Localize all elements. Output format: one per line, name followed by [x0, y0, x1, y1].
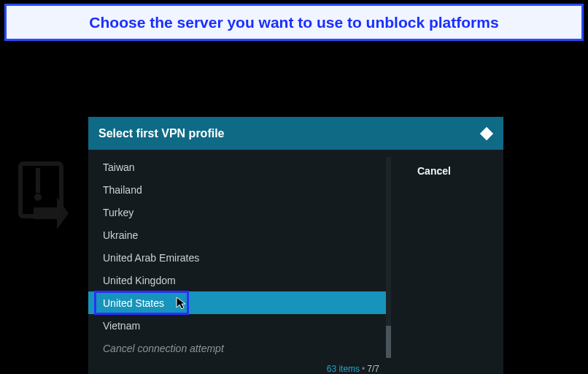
- vpn-list-item-label: Taiwan: [103, 161, 135, 173]
- vpn-list-item[interactable]: United Arab Emirates: [88, 246, 391, 269]
- vpn-list-item[interactable]: Taiwan: [88, 156, 391, 178]
- side-panel: Cancel: [391, 150, 503, 374]
- dialog-body: TaiwanThailandTurkeyUkraineUnited Arab E…: [88, 150, 503, 374]
- vpn-list-item-label: Thailand: [103, 184, 142, 196]
- vpn-list-item[interactable]: Turkey: [88, 201, 391, 224]
- vpn-list-item-label: United States: [103, 297, 164, 309]
- dialog-header: Select first VPN profile: [88, 117, 503, 150]
- vpn-list-item-label: Ukraine: [103, 229, 138, 241]
- vpn-list-item[interactable]: Ukraine: [88, 224, 391, 246]
- scrollbar-thumb[interactable]: [386, 326, 391, 358]
- cancel-button[interactable]: Cancel: [391, 157, 503, 185]
- zip-download-icon: [16, 161, 74, 234]
- annotation-banner: Choose the server you want to use to unb…: [4, 4, 584, 41]
- vpn-list-item[interactable]: Vietnam: [88, 314, 391, 337]
- vpn-list-item[interactable]: Cancel connection attempt: [88, 337, 391, 359]
- vpn-list-item-label: Cancel connection attempt: [103, 343, 224, 354]
- svg-point-1: [34, 194, 42, 201]
- vpn-list-item-label: United Kingdom: [103, 275, 176, 286]
- vpn-list-item-label: Vietnam: [103, 320, 140, 332]
- list-footer: 63 items•7/7: [327, 364, 379, 374]
- annotation-text: Choose the server you want to use to unb…: [89, 14, 498, 31]
- app-backdrop: Select first VPN profile TaiwanThailandT…: [1, 44, 587, 373]
- vpn-list-item[interactable]: Thailand: [88, 178, 391, 201]
- vpn-list-item[interactable]: United States: [88, 291, 391, 314]
- mouse-cursor-icon: [174, 296, 189, 310]
- vpn-list-item[interactable]: United Kingdom: [88, 269, 391, 291]
- select-vpn-dialog: Select first VPN profile TaiwanThailandT…: [88, 117, 503, 374]
- kodi-logo-icon: [479, 126, 495, 142]
- item-count: 63 items: [327, 364, 360, 374]
- dialog-title: Select first VPN profile: [98, 127, 225, 140]
- page-indicator: 7/7: [367, 364, 379, 374]
- vpn-list: TaiwanThailandTurkeyUkraineUnited Arab E…: [88, 150, 391, 374]
- vpn-list-item-label: Turkey: [103, 207, 134, 218]
- vpn-list-item-label: United Arab Emirates: [103, 252, 199, 264]
- scrollbar[interactable]: [386, 157, 391, 358]
